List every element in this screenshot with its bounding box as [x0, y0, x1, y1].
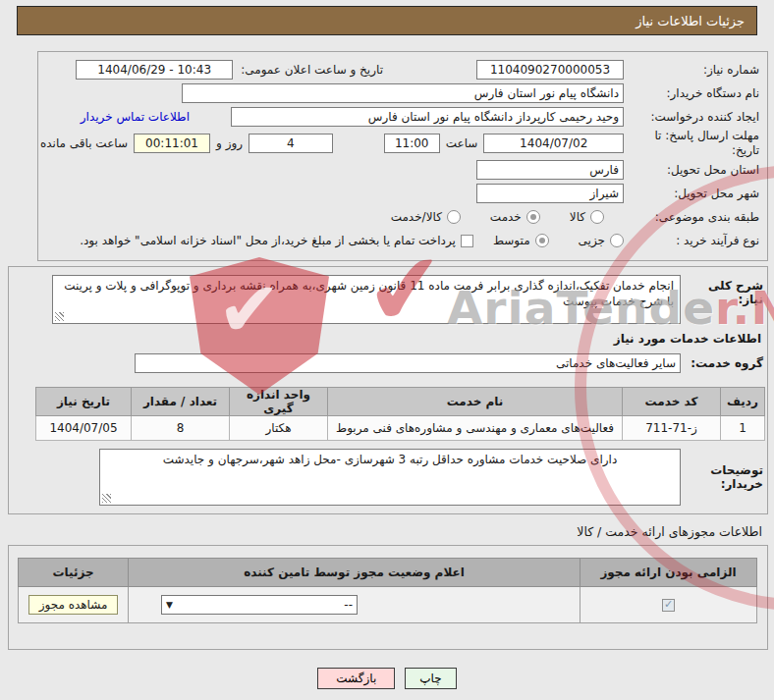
- need-number-label: شماره نیاز:: [624, 63, 765, 78]
- process-type-row: نوع فرآیند خرید : جزیی متوسط پرداخت تمام…: [40, 229, 765, 252]
- remaining-label: ساعت باقی مانده: [40, 136, 128, 150]
- cell-license-status: -- ▼: [129, 587, 580, 623]
- city-label: شهر محل تحویل:: [624, 187, 765, 201]
- need-number-row: شماره نیاز: 1104090270000053 تاریخ و ساع…: [40, 58, 765, 81]
- license-status-select[interactable]: -- ▼: [161, 595, 358, 615]
- licenses-panel: الزامی بودن ارائه مجوز اعلام وضعیت مجوز …: [8, 545, 768, 650]
- footer-buttons: چاپ بازگشت: [0, 668, 774, 689]
- licenses-table-row: -- ▼ مشاهده مجوز: [19, 587, 757, 623]
- view-license-button[interactable]: مشاهده مجوز: [28, 595, 119, 615]
- treasury-checkbox-label: پرداخت تمام یا بخشی از مبلغ خرید،از محل …: [80, 234, 456, 247]
- hour-label: ساعت: [446, 136, 478, 150]
- deadline-time-input[interactable]: 11:00: [384, 134, 440, 153]
- remaining-time-box: 00:11:01: [134, 134, 210, 153]
- col-license-status: اعلام وضعیت مجوز توسط تامین کننده: [129, 559, 580, 587]
- cell-row-number: 1: [721, 416, 765, 441]
- radio-service[interactable]: [526, 210, 540, 224]
- services-table-header-row: ردیف کد خدمت نام خدمت واحد اندازه گیری ت…: [36, 388, 765, 416]
- province-row: استان محل تحویل: فارس: [40, 158, 765, 182]
- need-number-input[interactable]: 1104090270000053: [476, 60, 624, 80]
- buyer-notes-label: توضیحات خریدار:: [681, 463, 767, 491]
- city-input[interactable]: شیراز: [476, 184, 624, 203]
- services-section-title: اطلاعات خدمات مورد نیاز: [15, 332, 761, 346]
- col-service-code: کد خدمت: [623, 388, 721, 416]
- treasury-checkbox[interactable]: [461, 235, 473, 247]
- radio-goods[interactable]: [590, 210, 604, 224]
- buyer-contact-link[interactable]: اطلاعات تماس خریدار: [81, 110, 190, 124]
- licenses-section-title: اطلاعات مجوزهای ارائه خدمت / کالا: [12, 524, 762, 539]
- service-group-row: گروه خدمت: سایر فعالیت‌های خدماتی: [9, 351, 767, 375]
- cell-need-date: 1404/07/05: [36, 416, 132, 441]
- deadline-row: مهلت ارسال پاسخ: تا تاریخ: 1404/07/02 سا…: [40, 129, 765, 158]
- process-type-label: نوع فرآیند خرید :: [624, 234, 765, 248]
- licenses-table: الزامی بودن ارائه مجوز اعلام وضعیت مجوز …: [18, 558, 757, 623]
- radio-medium-label: متوسط: [493, 234, 530, 247]
- cell-service-code: ز-71-711: [623, 416, 721, 441]
- need-info-panel: شماره نیاز: 1104090270000053 تاریخ و ساع…: [37, 51, 768, 261]
- services-table: ردیف کد خدمت نام خدمت واحد اندازه گیری ت…: [35, 387, 765, 441]
- general-description-label: شرح کلی نیاز:: [681, 275, 767, 306]
- radio-goods-service[interactable]: [447, 210, 461, 224]
- buyer-notes-row: توضیحات خریدار: دارای صلاحیت خدمات مشاور…: [9, 449, 767, 506]
- radio-partial[interactable]: [610, 234, 624, 247]
- province-input[interactable]: فارس: [476, 160, 624, 180]
- col-need-date: تاریخ نیاز: [36, 388, 132, 416]
- print-button[interactable]: چاپ: [405, 668, 456, 689]
- buyer-notes-textarea[interactable]: دارای صلاحیت خدمات مشاوره حداقل رتبه 3 ش…: [99, 449, 681, 506]
- cell-unit: هکتار: [230, 416, 328, 441]
- chevron-down-icon: ▼: [166, 600, 173, 610]
- general-description-textarea[interactable]: انجام خدمان تفکیک،اندازه گذاری برابر فرم…: [52, 275, 681, 324]
- deadline-date-input[interactable]: 1404/07/02: [483, 134, 624, 153]
- col-row-number: ردیف: [721, 388, 765, 416]
- cell-license-required: [580, 587, 757, 623]
- remaining-days-input[interactable]: 4: [249, 134, 333, 153]
- announce-datetime-label: تاریخ و ساعت اعلان عمومی:: [241, 63, 383, 77]
- licenses-table-header-row: الزامی بودن ارائه مجوز اعلام وضعیت مجوز …: [19, 559, 757, 587]
- category-label: طبقه بندی موضوعی:: [624, 210, 765, 225]
- col-quantity: تعداد / مقدار: [132, 388, 230, 416]
- license-required-checkbox[interactable]: [662, 599, 675, 612]
- col-service-name: نام خدمت: [328, 388, 623, 416]
- service-group-input[interactable]: سایر فعالیت‌های خدماتی: [135, 353, 681, 373]
- services-panel: شرح کلی نیاز: انجام خدمان تفکیک،اندازه گ…: [8, 266, 768, 514]
- radio-goods-label: کالا: [570, 210, 585, 224]
- creator-label: ایجاد کننده درخواست:: [624, 110, 765, 125]
- general-description-row: شرح کلی نیاز: انجام خدمان تفکیک،اندازه گ…: [9, 275, 767, 324]
- col-license-details: جزئیات: [19, 559, 129, 587]
- announce-datetime-input[interactable]: 1404/06/29 - 10:43: [76, 60, 233, 80]
- cell-license-details: مشاهده مجوز: [19, 587, 129, 623]
- radio-service-label: خدمت: [490, 210, 522, 224]
- buyer-org-input[interactable]: دانشگاه پیام نور استان فارس: [182, 83, 624, 103]
- radio-medium[interactable]: [535, 234, 549, 247]
- radio-goods-service-label: کالا/خدمت: [391, 210, 442, 224]
- services-table-row: 1 ز-71-711 فعالیت‌های معماری و مهندسی و …: [36, 416, 765, 441]
- deadline-label: مهلت ارسال پاسخ: تا تاریخ:: [624, 129, 765, 158]
- buyer-org-label: نام دستگاه خریدار:: [624, 86, 765, 101]
- city-row: شهر محل تحویل: شیراز: [40, 182, 765, 205]
- license-status-value: --: [344, 598, 353, 612]
- col-unit: واحد اندازه گیری: [230, 388, 328, 416]
- cell-quantity: 8: [132, 416, 230, 441]
- creator-input[interactable]: وحید رحیمی کارپرداز دانشگاه پیام نور است…: [231, 107, 624, 127]
- service-group-label: گروه خدمت:: [681, 356, 767, 370]
- days-label: روز و: [216, 136, 243, 150]
- col-license-required: الزامی بودن ارائه مجوز: [580, 559, 757, 587]
- back-button[interactable]: بازگشت: [317, 668, 395, 689]
- category-row: طبقه بندی موضوعی: کالا خدمت کالا/خدمت: [40, 205, 765, 229]
- creator-row: ایجاد کننده درخواست: وحید رحیمی کارپرداز…: [40, 105, 765, 129]
- page-title: جزئیات اطلاعات نیاز: [17, 6, 757, 35]
- province-label: استان محل تحویل:: [624, 163, 765, 178]
- radio-partial-label: جزیی: [579, 234, 605, 247]
- cell-service-name: فعالیت‌های معماری و مهندسی و مشاوره‌های …: [328, 416, 623, 441]
- buyer-org-row: نام دستگاه خریدار: دانشگاه پیام نور استا…: [40, 81, 765, 105]
